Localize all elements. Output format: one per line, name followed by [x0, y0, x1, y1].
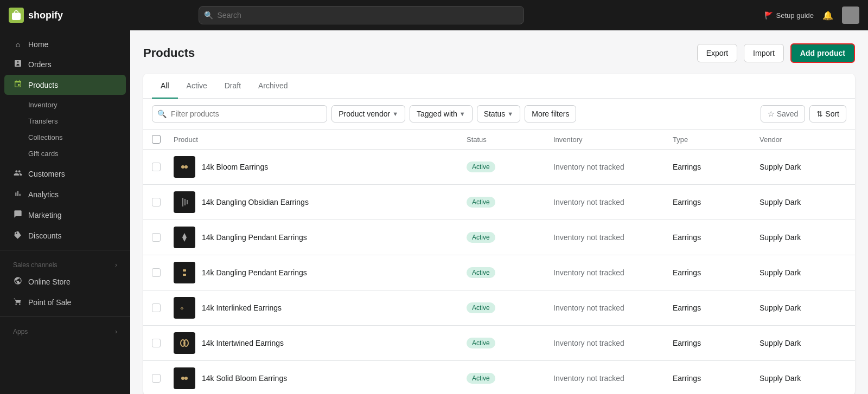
flag-icon: 🚩 — [764, 11, 773, 20]
product-type: Earrings — [673, 374, 760, 383]
sidebar-item-collections[interactable]: Collections — [4, 130, 126, 145]
setup-guide-button[interactable]: 🚩 Setup guide — [764, 11, 814, 20]
search-filter: 🔍 — [152, 105, 327, 122]
topbar: shopify 🔍 🚩 Setup guide 🔔 — [0, 0, 868, 30]
tab-active[interactable]: Active — [178, 74, 216, 99]
row-checkbox[interactable] — [152, 268, 174, 277]
chevron-down-icon: ▼ — [459, 111, 465, 117]
table-row[interactable]: 14k Dangling Pendant Earrings Active Inv… — [143, 220, 855, 255]
product-vendor: Supply Dark — [760, 163, 846, 171]
sidebar-item-label: Customers — [28, 170, 65, 178]
svg-point-0 — [181, 165, 184, 169]
row-checkbox[interactable] — [152, 233, 174, 242]
products-table: 14k Bloom Earrings Active Inventory not … — [143, 150, 855, 394]
table-row[interactable]: ⌖ 14k Interlinked Earrings Active Invent… — [143, 290, 855, 326]
product-inventory: Inventory not tracked — [553, 268, 673, 277]
setup-guide-label: Setup guide — [776, 11, 814, 20]
sidebar-item-discounts[interactable]: Discounts — [4, 225, 126, 246]
marketing-icon — [13, 210, 23, 220]
more-filters-label: More filters — [532, 109, 569, 118]
row-checkbox[interactable] — [152, 374, 174, 383]
add-product-button[interactable]: Add product — [790, 43, 855, 63]
product-status: Active — [467, 232, 553, 243]
sidebar-item-gift-cards[interactable]: Gift cards — [4, 146, 126, 162]
product-vendor: Supply Dark — [760, 374, 846, 383]
product-type: Earrings — [673, 233, 760, 242]
svg-rect-6 — [183, 274, 186, 276]
row-checkbox[interactable] — [152, 303, 174, 312]
sidebar-item-label: Orders — [28, 60, 52, 69]
table-row[interactable]: 14k Dangling Obsidian Earrings Active In… — [143, 185, 855, 220]
customers-icon — [13, 169, 23, 179]
table-row[interactable]: 14k Bloom Earrings Active Inventory not … — [143, 150, 855, 185]
sidebar-item-customers[interactable]: Customers — [4, 164, 126, 184]
row-checkbox[interactable] — [152, 339, 174, 347]
product-inventory: Inventory not tracked — [553, 198, 673, 206]
search-input[interactable] — [199, 6, 524, 24]
status-label: Status — [484, 109, 506, 118]
sidebar-item-inventory[interactable]: Inventory — [4, 97, 126, 113]
product-inventory: Inventory not tracked — [553, 233, 673, 242]
status-filter-button[interactable]: Status ▼ — [477, 105, 521, 122]
table-row[interactable]: 14k Dangling Pendant Earrings Active Inv… — [143, 255, 855, 290]
logo[interactable]: shopify — [9, 8, 74, 23]
product-vendor-label: Product vendor — [339, 109, 390, 118]
svg-text:⌖: ⌖ — [180, 305, 184, 312]
products-icon — [13, 80, 23, 90]
sidebar-item-online-store[interactable]: Online Store — [4, 272, 126, 292]
sort-label: Sort — [825, 109, 839, 118]
point-of-sale-label: Point of Sale — [28, 298, 71, 307]
tab-archived[interactable]: Archived — [250, 74, 296, 99]
tagged-with-filter-button[interactable]: Tagged with ▼ — [410, 105, 473, 122]
sidebar-item-label: Analytics — [28, 190, 59, 199]
export-button[interactable]: Export — [697, 44, 737, 62]
sort-icon: ⇅ — [816, 109, 823, 118]
product-type: Earrings — [673, 198, 760, 206]
sidebar-item-products[interactable]: Products — [4, 75, 126, 95]
sidebar-item-point-of-sale[interactable]: Point of Sale — [4, 292, 126, 312]
svg-rect-3 — [184, 199, 186, 205]
saved-button[interactable]: ☆ Saved — [761, 105, 806, 122]
sidebar: ⌂ Home Orders Products Inventory Transfe… — [0, 30, 130, 394]
row-checkbox[interactable] — [152, 198, 174, 206]
table-row[interactable]: 14k Intertwined Earrings Active Inventor… — [143, 326, 855, 361]
product-vendor-filter-button[interactable]: Product vendor ▼ — [331, 105, 405, 122]
transfers-label: Transfers — [28, 117, 58, 125]
orders-icon — [13, 59, 23, 69]
product-cell: ⌖ 14k Interlinked Earrings — [174, 297, 467, 319]
sidebar-item-home[interactable]: ⌂ Home — [4, 35, 126, 54]
tab-all[interactable]: All — [152, 74, 178, 99]
svg-point-11 — [184, 377, 188, 380]
discounts-icon — [13, 230, 23, 241]
product-cell: 14k Solid Bloom Earrings — [174, 367, 467, 389]
select-all-checkbox[interactable] — [152, 135, 174, 144]
apps-expand-icon[interactable]: › — [115, 328, 117, 335]
table-header: Product Status Inventory Type Vendor — [143, 130, 855, 150]
sidebar-item-orders[interactable]: Orders — [4, 54, 126, 74]
product-vendor: Supply Dark — [760, 268, 846, 277]
expand-icon[interactable]: › — [115, 261, 117, 269]
sort-button[interactable]: ⇅ Sort — [809, 105, 846, 122]
tab-draft[interactable]: Draft — [216, 74, 250, 99]
product-vendor: Supply Dark — [760, 233, 846, 242]
product-cell: 14k Dangling Pendant Earrings — [174, 227, 467, 248]
product-name: 14k Bloom Earrings — [202, 163, 268, 171]
svg-point-1 — [184, 165, 188, 169]
notifications-bell-icon[interactable]: 🔔 — [822, 10, 833, 21]
filter-products-input[interactable] — [152, 105, 327, 122]
more-filters-button[interactable]: More filters — [525, 105, 576, 122]
import-button[interactable]: Import — [744, 44, 784, 62]
product-status: Active — [467, 338, 553, 348]
sidebar-item-transfers[interactable]: Transfers — [4, 113, 126, 129]
table-row[interactable]: 14k Solid Bloom Earrings Active Inventor… — [143, 361, 855, 394]
chevron-down-icon: ▼ — [392, 111, 398, 117]
product-name: 14k Solid Bloom Earrings — [202, 374, 287, 383]
avatar[interactable] — [842, 7, 859, 24]
sidebar-item-marketing[interactable]: Marketing — [4, 205, 126, 225]
sidebar-item-analytics[interactable]: Analytics — [4, 184, 126, 204]
collections-label: Collections — [28, 133, 63, 141]
sidebar-item-label: Discounts — [28, 231, 61, 240]
online-store-icon — [13, 276, 23, 287]
row-checkbox[interactable] — [152, 163, 174, 171]
sidebar-item-label: Marketing — [28, 211, 61, 219]
